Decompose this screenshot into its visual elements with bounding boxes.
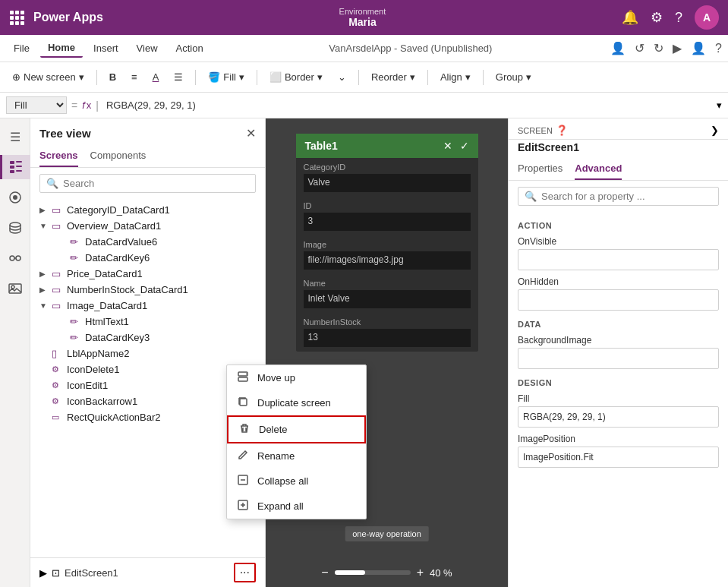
format-bold-icon[interactable]: B xyxy=(103,68,122,86)
zoom-out-button[interactable]: − xyxy=(321,566,328,579)
svg-point-16 xyxy=(13,195,17,200)
svg-rect-20 xyxy=(9,284,21,293)
formula-value[interactable]: RGBA(29, 29, 29, 1) xyxy=(103,98,712,112)
prop-input-imageposition[interactable] xyxy=(518,447,719,468)
tab-properties[interactable]: Properties xyxy=(518,158,563,180)
tree-item-htmltext1[interactable]: ✏ HtmlText1 xyxy=(30,314,265,330)
tab-advanced[interactable]: Advanced xyxy=(575,158,622,180)
zoom-in-button[interactable]: + xyxy=(417,566,424,579)
ctx-move-up[interactable]: Move up xyxy=(227,365,366,390)
tree-item-price[interactable]: ▶ ▭ Price_DataCard1 xyxy=(30,266,265,282)
border-button[interactable]: ⬜ Border ▾ xyxy=(263,68,329,86)
expand-screen-chevron[interactable]: ▶ xyxy=(39,567,47,579)
prop-input-backgroundimage[interactable] xyxy=(518,348,719,369)
env-label: Environment xyxy=(339,7,386,16)
tree-item-datacardkey3[interactable]: ✏ DataCardKey3 xyxy=(30,330,265,346)
fx-icon[interactable]: fx xyxy=(82,99,91,111)
prop-label-fill: Fill xyxy=(518,393,719,404)
font-color-icon[interactable]: A xyxy=(147,68,165,86)
tree-item-overview[interactable]: ▼ ▭ Overview_DataCard1 xyxy=(30,218,265,234)
form-check-icon[interactable]: ✓ xyxy=(460,140,469,152)
rail-tree-icon[interactable] xyxy=(0,155,30,179)
field-value-numberinstock: 13 xyxy=(304,329,471,347)
svg-rect-10 xyxy=(10,166,14,169)
ctx-duplicate-label: Duplicate screen xyxy=(257,397,331,409)
property-selector[interactable]: Fill xyxy=(6,96,67,114)
new-screen-button[interactable]: ⊕ New screen ▾ xyxy=(6,68,90,86)
svg-rect-14 xyxy=(16,170,22,172)
prop-input-onhidden[interactable] xyxy=(518,289,719,311)
formula-expand-icon[interactable]: ▾ xyxy=(717,99,722,111)
screen-label: SCREEN ❓ xyxy=(518,125,568,136)
expand-icon[interactable]: ⌄ xyxy=(332,68,352,86)
toolbar-divider-3 xyxy=(257,70,257,85)
ctx-rename[interactable]: Rename xyxy=(227,443,366,469)
tree-item-lblappname2[interactable]: ▯ LblAppName2 xyxy=(30,346,265,361)
menu-action[interactable]: Action xyxy=(169,39,211,57)
play-icon[interactable]: ▶ xyxy=(673,41,682,55)
tree-search-area: 🔍 xyxy=(30,168,265,199)
redo-icon[interactable]: ↻ xyxy=(654,41,663,55)
align-icon[interactable]: ☰ xyxy=(168,68,189,86)
format-icon[interactable]: ≡ xyxy=(125,68,143,86)
undo-icon[interactable]: ↺ xyxy=(635,41,644,55)
prop-input-onvisible[interactable] xyxy=(518,249,719,270)
tree-item-datacardvalue6[interactable]: ✏ DataCardValue6 xyxy=(30,234,265,250)
help-icon[interactable]: ? xyxy=(675,10,682,26)
settings-icon[interactable]: ⚙ xyxy=(651,9,663,26)
tab-components[interactable]: Components xyxy=(90,145,147,167)
prop-input-fill[interactable] xyxy=(518,406,719,428)
card-icon-4: ▭ xyxy=(52,284,64,295)
notifications-icon[interactable]: 🔔 xyxy=(622,9,638,26)
ctx-expand-all[interactable]: Expand all xyxy=(227,494,366,519)
avatar[interactable]: A xyxy=(695,5,719,30)
menu-file[interactable]: File xyxy=(6,39,37,57)
search-input[interactable] xyxy=(63,178,249,189)
tree-item-categoryid[interactable]: ▶ ▭ CategoryID_DataCard1 xyxy=(30,202,265,218)
tree-item-datacardkey6[interactable]: ✏ DataCardKey6 xyxy=(30,250,265,266)
property-search-input[interactable] xyxy=(541,191,712,202)
card-icon-2: ▭ xyxy=(52,220,64,232)
ctx-delete[interactable]: Delete xyxy=(227,415,366,443)
pencil-icon-2: ✏ xyxy=(70,252,82,264)
tree-close-button[interactable]: ✕ xyxy=(246,126,256,140)
collab-icon[interactable]: 👤 xyxy=(610,41,626,55)
rail-variables-icon[interactable] xyxy=(3,246,27,270)
field-value-id: 3 xyxy=(304,213,471,231)
group-button[interactable]: Group ▾ xyxy=(490,68,537,86)
rail-media-icon[interactable] xyxy=(3,276,27,301)
menu-bar: File Home Insert View Action VanArsdelAp… xyxy=(0,35,728,62)
svg-rect-12 xyxy=(16,161,22,163)
menu-home[interactable]: Home xyxy=(40,39,83,58)
fill-button[interactable]: 🪣 Fill ▾ xyxy=(202,68,251,86)
menu-view[interactable]: View xyxy=(129,39,165,57)
right-panel-expand-icon[interactable]: ❯ xyxy=(711,125,719,136)
chevron-reorder-icon: ▾ xyxy=(410,71,415,83)
form-close-icon[interactable]: ✕ xyxy=(443,140,452,152)
more-options-button[interactable]: ··· xyxy=(234,563,256,582)
menu-help-icon[interactable]: ? xyxy=(715,42,722,55)
share-icon[interactable]: 👤 xyxy=(691,41,706,55)
tab-screens[interactable]: Screens xyxy=(39,145,78,167)
ctx-collapse-label: Collapse all xyxy=(257,475,308,487)
rail-nav-icon[interactable]: ☰ xyxy=(3,125,27,149)
ctx-collapse-all[interactable]: Collapse all xyxy=(227,469,366,494)
icon-group-3: ⚙ xyxy=(52,396,64,406)
svg-rect-7 xyxy=(15,21,19,25)
fill-icon: 🪣 xyxy=(208,71,220,83)
svg-rect-11 xyxy=(10,170,14,173)
tree-item-image[interactable]: ▼ ▭ Image_DataCard1 xyxy=(30,298,265,314)
menu-insert[interactable]: Insert xyxy=(86,39,126,57)
rail-data-icon[interactable] xyxy=(3,216,27,240)
help-circle-icon[interactable]: ❓ xyxy=(556,125,568,136)
align-button[interactable]: Align ▾ xyxy=(434,68,477,86)
card-icon: ▭ xyxy=(52,204,64,216)
reorder-button[interactable]: Reorder ▾ xyxy=(365,68,421,86)
tree-item-numberinstock[interactable]: ▶ ▭ NumberInStock_DataCard1 xyxy=(30,282,265,298)
rail-components-icon[interactable] xyxy=(3,185,27,210)
waffle-icon[interactable] xyxy=(9,10,24,25)
section-design: DESIGN xyxy=(509,372,728,390)
context-menu: Move up Duplicate screen Delete xyxy=(226,365,367,519)
toolbar-divider-5 xyxy=(427,70,428,85)
ctx-duplicate[interactable]: Duplicate screen xyxy=(227,390,366,415)
